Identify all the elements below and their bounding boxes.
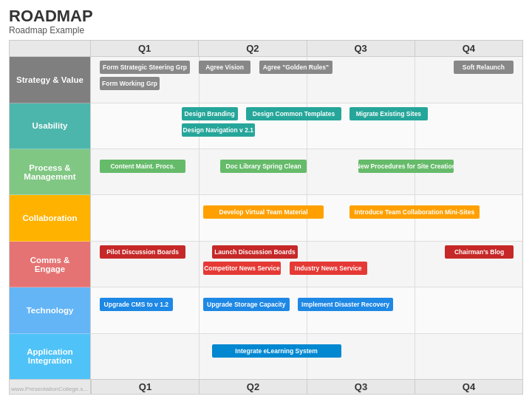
q3-header: Q3	[307, 41, 415, 56]
q3-bottom: Q3	[307, 380, 415, 394]
row-label-process: Process & Management	[10, 149, 90, 195]
bar-migrate-sites: Migrate Existing Sites	[349, 107, 427, 120]
bar-design-branding: Design Branding	[182, 107, 238, 120]
bar-soft-relaunch: Soft Relaunch	[454, 61, 514, 74]
bar-launch-discussion: Launch Discussion Boards	[212, 245, 299, 259]
row-label-strategy: Strategy & Value	[10, 57, 90, 103]
gantt-row-usability: Design Branding Design Common Templates …	[91, 103, 522, 149]
bar-design-templates: Design Common Templates	[246, 107, 341, 120]
q1-bottom: Q1	[91, 380, 199, 394]
bar-content-maint: Content Maint. Procs.	[100, 160, 186, 173]
q2-header: Q2	[199, 41, 307, 56]
gantt-row-appintegration: Integrate eLearning System	[91, 334, 522, 379]
row-label-technology: Technology	[10, 287, 90, 333]
q2-bottom: Q2	[199, 380, 307, 394]
bar-pilot-discussion: Pilot Discussion Boards	[100, 245, 186, 259]
row-label-appintegration: Application Integration	[10, 334, 90, 379]
bar-design-nav: Design Navigation v 2.1	[182, 123, 255, 137]
page: ROADMAP Roadmap Example Q1 Q2 Q3 Q4 Stra…	[0, 0, 532, 399]
gantt-row-comms: Pilot Discussion Boards Launch Discussio…	[91, 242, 522, 287]
bar-competitor-news: Competitor News Service	[203, 262, 281, 275]
bar-agree-golden: Agree "Golden Rules"	[259, 61, 332, 74]
bar-upgrade-storage: Upgrade Storage Capacity	[203, 298, 290, 311]
bar-develop-virtual: Develop Virtual Team Material	[203, 205, 324, 219]
q4-bottom: Q4	[415, 380, 522, 394]
page-title: ROADMAP	[9, 7, 523, 25]
bar-form-steering: Form Strategic Steering Grp	[100, 61, 191, 74]
q4-header: Q4	[415, 41, 522, 56]
gantt-row-technology: Upgrade CMS to v 1.2 Upgrade Storage Cap…	[91, 287, 522, 333]
bar-chairmans-blog: Chairman's Blog	[445, 245, 514, 259]
bar-form-working: Form Working Grp	[100, 77, 160, 90]
bar-agree-vision: Agree Vision	[199, 61, 250, 74]
bar-introduce-collab: Introduce Team Collaboration Mini-Sites	[349, 205, 479, 219]
bar-elearning: Integrate eLearning System	[212, 344, 341, 358]
bar-upgrade-cms: Upgrade CMS to v 1.2	[100, 298, 173, 311]
watermark: www.PresentationCollege.s...	[11, 386, 88, 392]
bar-doc-library: Doc Library Spring Clean	[220, 160, 307, 173]
bar-new-procedures: New Procedures for Site Creation	[358, 160, 453, 173]
gantt-row-strategy: Form Strategic Steering Grp Form Working…	[91, 57, 522, 103]
q1-header: Q1	[91, 41, 199, 56]
bar-industry-news: Industry News Service	[290, 262, 367, 275]
gantt-row-process: Content Maint. Procs. Doc Library Spring…	[91, 149, 522, 195]
row-label-usability: Usability	[10, 103, 90, 149]
page-subtitle: Roadmap Example	[9, 25, 523, 35]
gantt-row-collaboration: Develop Virtual Team Material Introduce …	[91, 195, 522, 241]
row-label-collaboration: Collaboration	[10, 195, 90, 241]
bar-disaster-recovery: Implement Disaster Recovery	[298, 298, 392, 311]
row-label-comms: Comms & Engage	[10, 242, 90, 287]
